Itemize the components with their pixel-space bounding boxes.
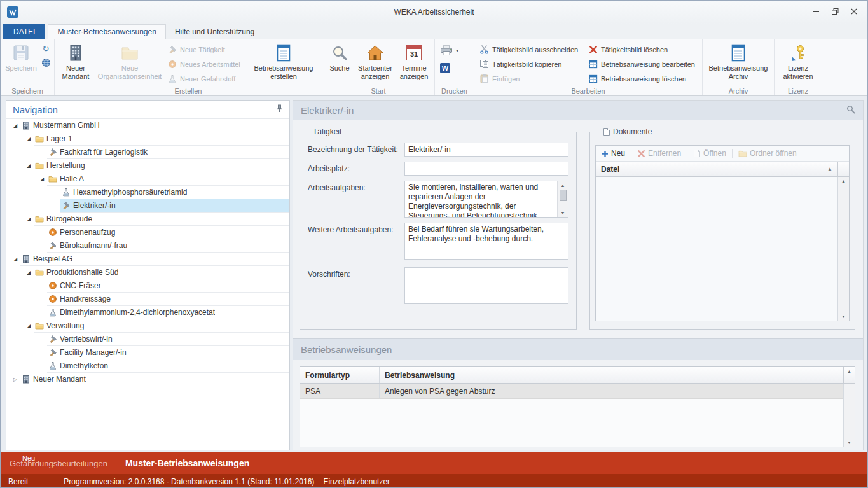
taetigkeitsbild-loeschen-button[interactable]: Tätigkeitsbild löschen <box>586 42 699 57</box>
vorschriften-textarea[interactable] <box>404 267 568 304</box>
folder-icon <box>35 161 44 170</box>
application-window: WEKA Arbeitssicherheit DATEI Muster-Betr… <box>0 0 868 488</box>
expander-open-icon[interactable]: ◢ <box>24 132 34 146</box>
arbeitsplatz-input[interactable] <box>404 162 568 176</box>
save-button[interactable]: Speichern <box>3 41 39 74</box>
ribbon-group-archiv: Betriebsanweisung Archiv Archiv <box>703 39 775 95</box>
expander-closed-icon[interactable]: ▷ <box>10 373 20 386</box>
globe-icon[interactable] <box>40 57 52 67</box>
dokumente-entfernen-button[interactable]: Entfernen <box>634 149 684 158</box>
bezeichnung-input[interactable] <box>404 143 568 157</box>
expander-open-icon[interactable]: ◢ <box>24 213 34 226</box>
weitere-arbeitsaufgaben-textarea[interactable]: Bei Bedarf führen sie Wartungsarbeiten, … <box>404 223 568 260</box>
dokumente-column-datei[interactable]: Datei ▲ <box>596 162 837 176</box>
expander-open-icon[interactable]: ◢ <box>24 319 34 333</box>
startcenter-anzeigen-button[interactable]: Startcenter anzeigen <box>354 41 396 83</box>
expander-open-icon[interactable]: ◢ <box>37 172 47 186</box>
einfuegen-button[interactable]: Einfügen <box>477 71 586 86</box>
tree-item-dimethylammonium[interactable]: Dimethylammonium-2,4-dichlorphenoxyaceta… <box>6 306 289 319</box>
expander-open-icon[interactable]: ◢ <box>10 119 20 132</box>
tab-hilfe-und-unterstuetzung[interactable]: Hilfe und Unterstützung <box>166 25 263 39</box>
scroll-thumb[interactable] <box>560 190 567 201</box>
neuer-mandant-button[interactable]: Neuer Mandant <box>57 41 94 83</box>
tree-item-verwaltung[interactable]: ◢Verwaltung <box>6 319 289 333</box>
bottom-nav-muster-betriebsanweisungen[interactable]: Muster-Betriebsanweisungen <box>125 458 249 468</box>
scroll-up-icon[interactable]: ▲ <box>841 178 846 184</box>
taetigkeitsbild-kopieren-button[interactable]: Tätigkeitsbild kopieren <box>477 57 586 71</box>
neues-arbeitsmittel-button[interactable]: Neues Arbeitsmittel <box>165 57 248 71</box>
column-formulartyp[interactable]: Formulartyp <box>300 367 380 383</box>
expander-open-icon[interactable]: ◢ <box>24 159 34 172</box>
tree-item-personenaufzug[interactable]: Personenaufzug <box>6 226 289 239</box>
expander-open-icon[interactable]: ◢ <box>10 253 20 266</box>
betriebsanweisungen-header: Betriebsanweisungen <box>293 338 863 360</box>
tab-muster-betriebsanweisungen[interactable]: Muster-Betriebsanweisungen <box>48 24 165 39</box>
tree-item-vertriebswirt[interactable]: Vertriebswirt/-in <box>6 333 289 346</box>
word-export-button[interactable]: W <box>437 60 461 75</box>
ba-header-scroll-cell[interactable]: ▲ <box>843 367 855 383</box>
dokumente-scrollbar[interactable]: ▲ ▼ <box>837 177 849 321</box>
scroll-down-icon[interactable]: ▼ <box>847 440 851 445</box>
neuer-gefahrstoff-button[interactable]: Neuer Gefahrstoff <box>165 71 248 86</box>
scroll-down-icon[interactable]: ▼ <box>561 210 565 216</box>
refresh-icon[interactable]: ↻ <box>40 43 52 53</box>
tree-item-beispiel-ag[interactable]: ◢Beispiel AG <box>6 253 289 266</box>
table-row[interactable]: PSA Anlegen von PSA gegen Absturz <box>300 384 843 399</box>
neue-taetigkeit-button[interactable]: Neue Tätigkeit <box>165 42 248 57</box>
ribbon: Speichern ↻ Speichern Neuer Mandant <box>1 39 867 96</box>
tree-item-buerogebaeude[interactable]: ◢Bürogebäude <box>6 213 289 226</box>
dokumente-ordner-oeffnen-button[interactable]: Ordner öffnen <box>735 149 800 158</box>
tree-item-mustermann-gmbh[interactable]: ◢Mustermann GmbH <box>6 119 289 132</box>
betriebsanweisung-erstellen-button[interactable]: Betriebsanweisung erstellen <box>248 41 319 83</box>
dokumente-neu-button[interactable]: Neu <box>598 149 628 158</box>
dokumente-oeffnen-button[interactable]: Öffnen <box>690 149 729 158</box>
arbeitsaufgaben-textarea[interactable]: Sie montieren, installieren, warten und … <box>404 181 568 218</box>
open-folder-icon <box>738 149 747 158</box>
neue-organisationseinheit-button[interactable]: Neue Organisationseinheit <box>94 41 165 83</box>
tree-item-facility-manager[interactable]: Facility Manager/-in <box>6 346 289 359</box>
tab-datei[interactable]: DATEI <box>3 24 45 39</box>
suche-button[interactable]: Suche <box>325 41 354 74</box>
betriebsanweisungen-table-header: Formulartyp Betriebsanweisung ▲ <box>300 367 855 384</box>
betriebsanweisung-archiv-button[interactable]: Betriebsanweisung Archiv <box>705 41 771 83</box>
pin-icon[interactable] <box>276 104 283 115</box>
tree-item-herstellung[interactable]: ◢Herstellung <box>6 159 289 172</box>
user-mode-text: Einzelplatzbenutzer <box>323 477 390 486</box>
tree-item-buerokaufmann[interactable]: Bürokaufmann/-frau <box>6 239 289 253</box>
search-small-icon[interactable] <box>846 105 855 116</box>
scroll-up-icon[interactable]: ▲ <box>561 183 565 188</box>
print-button[interactable]: ▾ <box>437 43 461 58</box>
betriebsanweisung-loeschen-button[interactable]: Betriebsanweisung löschen <box>586 71 699 86</box>
betriebsanweisung-bearbeiten-button[interactable]: Betriebsanweisung bearbeiten <box>586 57 699 71</box>
delete-x-icon <box>637 150 645 158</box>
tree-item-dimethylketon[interactable]: Dimethylketon <box>6 359 289 373</box>
tree-item-handkreissaege[interactable]: Handkreissäge <box>6 293 289 306</box>
tree-item-cnc-fraeser[interactable]: CNC-Fräser <box>6 279 289 293</box>
tree-item-produktionshalle-sued[interactable]: ◢Produktionshalle Süd <box>6 266 289 279</box>
arbeitsaufgaben-scrollbar[interactable]: ▲ ▼ <box>557 181 568 217</box>
minimize-button[interactable] <box>806 4 825 18</box>
dokumente-table-body: ▲ ▼ <box>596 177 849 321</box>
detail-title: Elektriker/-in <box>301 105 354 116</box>
restore-button[interactable] <box>825 4 844 18</box>
expander-open-icon[interactable]: ◢ <box>24 266 34 279</box>
speichern-mini-buttons: ↻ <box>39 41 52 67</box>
column-betriebsanweisung[interactable]: Betriebsanweisung <box>380 367 843 383</box>
dokumente-empty-list[interactable] <box>596 177 837 321</box>
tree-item-neuer-mandant[interactable]: ▷Neuer Mandant <box>6 373 289 386</box>
ba-scrollbar[interactable]: ▼ <box>843 384 855 447</box>
tree-item-lager-1[interactable]: ◢Lager 1 <box>6 132 289 146</box>
close-button[interactable] <box>844 4 864 18</box>
lizenz-aktivieren-button[interactable]: Lizenz aktivieren <box>777 41 819 83</box>
tree-item-halle-a[interactable]: ◢Halle A <box>6 172 289 186</box>
tree-item-hexamethylphosphorsaeuretriamid[interactable]: Hexamethylphosphorsäuretriamid <box>6 186 289 199</box>
taetigkeitsbild-ausschneiden-button[interactable]: Tätigkeitsbild ausschneiden <box>477 42 586 57</box>
termine-anzeigen-button[interactable]: 31 Termine anzeigen <box>396 41 432 83</box>
tree-item-elektriker-selected[interactable]: Elektriker/-in <box>6 199 289 213</box>
scroll-down-icon[interactable]: ▼ <box>841 314 846 319</box>
ribbon-group-speichern: Speichern ↻ Speichern <box>1 39 55 95</box>
tree-item-fachkraft-lagerlogistik[interactable]: Fachkraft für Lagerlogistik <box>6 146 289 159</box>
group-label-archiv: Archiv <box>703 87 774 95</box>
detail-form-area: Tätigkeit Bezeichnung der Tätigkeit: Arb… <box>293 120 863 338</box>
printer-icon <box>440 45 453 56</box>
